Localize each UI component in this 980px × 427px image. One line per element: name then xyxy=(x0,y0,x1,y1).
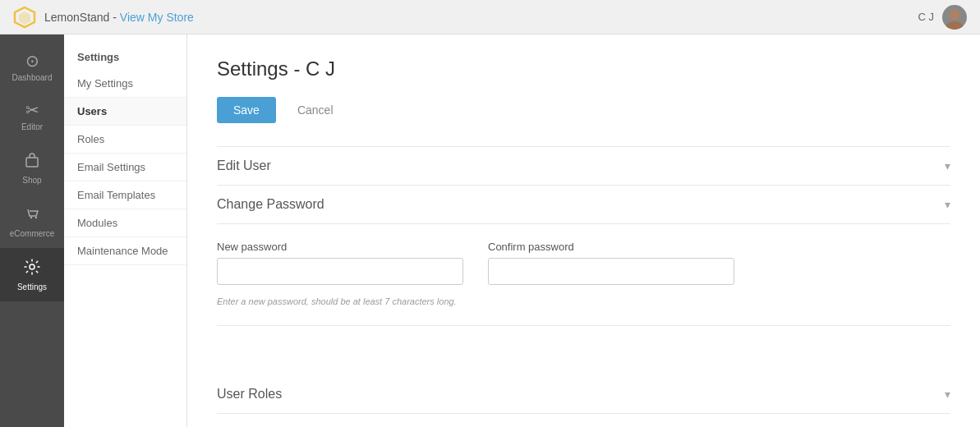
svg-point-7 xyxy=(30,264,35,269)
sidebar-item-modules[interactable]: Modules xyxy=(64,209,186,237)
ecommerce-icon xyxy=(23,204,41,225)
secondary-sidebar: Settings My Settings Users Roles Email S… xyxy=(64,34,187,427)
settings-nav-label: Settings xyxy=(17,282,47,292)
action-bar: Save Cancel xyxy=(217,97,950,123)
edit-user-chevron-icon: ▾ xyxy=(945,159,950,172)
change-password-section-header[interactable]: Change Password ▾ xyxy=(217,186,950,224)
change-password-title: Change Password xyxy=(217,197,324,212)
editor-label: Editor xyxy=(21,122,43,131)
sidebar-item-shop[interactable]: Shop xyxy=(0,141,64,195)
shop-label: Shop xyxy=(22,176,41,185)
save-button[interactable]: Save xyxy=(217,97,276,123)
user-roles-title: User Roles xyxy=(217,387,282,402)
svg-point-6 xyxy=(35,217,37,218)
password-form-row: New password Confirm password xyxy=(217,241,950,285)
settings-heading: Settings xyxy=(64,44,186,70)
user-roles-section-header[interactable]: User Roles ▾ xyxy=(217,375,950,414)
password-section: New password Confirm password Enter a ne… xyxy=(217,224,950,326)
sidebar-item-roles[interactable]: Roles xyxy=(64,126,186,154)
user-roles-chevron-icon: ▾ xyxy=(945,388,950,401)
edit-user-title: Edit User xyxy=(217,158,271,173)
topbar-right: C J xyxy=(918,5,968,30)
new-password-input[interactable] xyxy=(217,258,463,285)
content-area: Settings - C J Save Cancel Edit User ▾ C… xyxy=(187,34,980,427)
user-initials: C J xyxy=(918,11,935,23)
confirm-password-input[interactable] xyxy=(488,258,734,285)
user-avatar xyxy=(942,5,967,30)
svg-point-2 xyxy=(950,10,959,20)
confirm-password-label: Confirm password xyxy=(488,241,734,253)
sidebar-item-users[interactable]: Users xyxy=(64,98,186,126)
sidebar-item-my-settings[interactable]: My Settings xyxy=(64,70,186,98)
left-nav: ⊙ Dashboard ✂ Editor Shop eCommerce Sett… xyxy=(0,34,64,427)
svg-marker-1 xyxy=(19,11,30,25)
svg-rect-4 xyxy=(26,158,38,167)
sidebar-item-editor[interactable]: ✂ Editor xyxy=(0,92,64,141)
cancel-button[interactable]: Cancel xyxy=(284,97,347,123)
sidebar-item-ecommerce[interactable]: eCommerce xyxy=(0,195,64,248)
sidebar-item-maintenance-mode[interactable]: Maintenance Mode xyxy=(64,237,186,265)
svg-point-5 xyxy=(30,217,32,218)
view-store-link[interactable]: View My Store xyxy=(120,11,194,24)
brand-text: LemonStand - xyxy=(44,11,120,24)
topbar: LemonStand - View My Store C J xyxy=(0,0,980,34)
sidebar-item-email-settings[interactable]: Email Settings xyxy=(64,154,186,181)
shop-icon xyxy=(23,151,41,172)
sidebar-item-dashboard[interactable]: ⊙ Dashboard xyxy=(0,43,64,92)
main-layout: ⊙ Dashboard ✂ Editor Shop eCommerce Sett… xyxy=(0,34,980,427)
page-title: Settings - C J xyxy=(217,57,950,80)
sidebar-item-settings[interactable]: Settings xyxy=(0,248,64,301)
dashboard-label: Dashboard xyxy=(12,73,53,82)
svg-point-3 xyxy=(945,21,964,30)
new-password-label: New password xyxy=(217,241,463,253)
ecommerce-label: eCommerce xyxy=(10,229,54,238)
change-password-chevron-icon: ▾ xyxy=(945,198,950,211)
sidebar-item-email-templates[interactable]: Email Templates xyxy=(64,181,186,209)
topbar-left: LemonStand - View My Store xyxy=(13,6,194,29)
dashboard-icon: ⊙ xyxy=(25,53,39,69)
password-hint: Enter a new password, should be at least… xyxy=(217,295,463,309)
edit-user-section-header[interactable]: Edit User ▾ xyxy=(217,146,950,186)
topbar-brand: LemonStand - View My Store xyxy=(44,11,194,24)
editor-icon: ✂ xyxy=(25,102,39,118)
confirm-password-group: Confirm password xyxy=(488,241,734,285)
new-password-group: New password xyxy=(217,241,463,285)
lemonstand-logo-icon xyxy=(13,6,36,29)
settings-icon xyxy=(23,258,41,278)
